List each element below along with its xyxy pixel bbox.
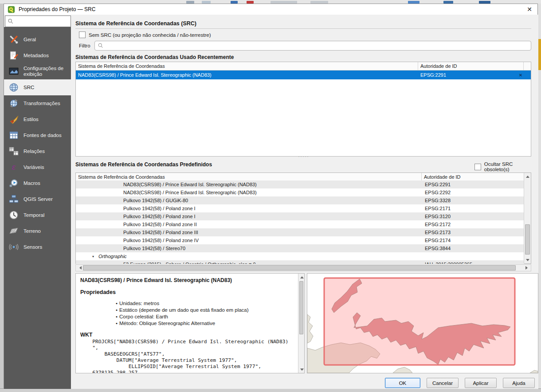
scroll-up-arrow-icon[interactable] [524,173,531,180]
close-button[interactable]: ✕ [525,5,534,14]
table-row[interactable]: Pulkovo 1942(58) / Poland zone IEPSG:312… [76,212,524,220]
table-header: Sistema de Referência de Coordenadas Aut… [76,62,531,71]
sidebar-item-label: Transformações [24,101,60,106]
no-crs-checkbox[interactable]: Sem SRC (ou projeção não conhecida / não… [79,31,211,38]
table-row[interactable]: Pulkovo 1942(58) / GUGiK-80EPSG:3328 [76,196,524,204]
paintbrush-icon [8,114,19,125]
authority-cell: EPSG:2171 [422,206,451,211]
sidebar-item-src[interactable]: SRC [4,79,71,95]
display-settings-icon [8,66,19,77]
search-icon [8,18,14,24]
background-toolbar-sliver [0,0,541,4]
crs-name-cell: 52 Europa (2015) - Sphere / Ocentric / O… [76,262,422,264]
sidebar-item-metadados[interactable]: Metadados [4,47,71,63]
table-row[interactable]: Pulkovo 1942(58) / Poland zone IIEPSG:21… [76,220,524,228]
sidebar-item-label: Geral [24,37,36,43]
table-body: NAD83(CSRS98) / Prince Edward Isl. Stere… [76,180,524,264]
recent-crs-table: Sistema de Referência de Coordenadas Aut… [75,62,531,157]
crs-details-content: NAD83(CSRS98) / Prince Edward Isl. Stere… [76,274,298,373]
dialog-button-box: OKCancelarAplicarAjuda [71,378,535,388]
epsilon-icon: ε [8,162,19,172]
splitter-handle[interactable]: ····· [290,154,317,159]
hide-deprecated-checkbox[interactable]: Ocultar SRC obsoleto(s) [474,161,538,172]
properties-list: Unidades: metrosEstático (depende de um … [80,300,296,327]
aplicar-button[interactable]: Aplicar [465,378,497,388]
sidebar-item-label: Temporal [24,212,44,218]
ajuda-button[interactable]: Ajuda [503,378,535,388]
table-row[interactable]: 52 Europa (2015) - Sphere / Ocentric / O… [76,260,524,264]
vertical-scrollbar[interactable] [298,274,304,373]
chevron-down-icon[interactable]: ▾ [92,255,97,259]
background-bottom-sliver [0,388,541,392]
hide-deprecated-label: Ocultar SRC obsoleto(s) [484,161,538,172]
crs-name-cell: Pulkovo 1942(58) / Poland zone I [76,206,422,211]
sidebar-item-label: Fontes de dados [24,133,62,138]
sidebar-item-label: Relações [24,149,45,154]
table-row[interactable]: Pulkovo 1942(58) / Stereo70EPSG:3844 [76,244,524,252]
sidebar-item-fontes-de-dados[interactable]: Fontes de dados [4,127,71,143]
sidebar-item-geral[interactable]: Geral [4,31,71,47]
scrollbar-thumb[interactable] [525,224,530,255]
filter-label: Filtro [79,43,90,48]
server-icon [8,194,19,204]
authority-cell: EPSG:2291 [422,182,451,187]
checkbox-box[interactable] [474,164,481,170]
crs-name-cell: Pulkovo 1942(58) / Poland zone IV [76,238,422,243]
sidebar-item-label: Estilos [24,117,39,122]
scroll-up-arrow-icon[interactable] [298,274,306,281]
horizontal-scrollbar[interactable] [75,264,531,271]
sidebar-item-qgis-server[interactable]: QGIS Server [4,191,71,207]
scroll-left-arrow-icon[interactable] [76,265,83,271]
authority-cell: EPSG:2291 [418,72,517,78]
scrollbar-thumb[interactable] [299,281,303,334]
sidebar-item-label: Sensors [24,244,42,250]
cancelar-button[interactable]: Cancelar [427,378,459,388]
scroll-down-arrow-icon[interactable] [524,256,531,263]
scroll-right-arrow-icon[interactable] [524,265,531,271]
crs-details-panel: NAD83(CSRS98) / Prince Edward Isl. Stere… [75,273,305,373]
sensor-icon [8,242,19,252]
crs-name-cell: Pulkovo 1942(58) / Poland zone II [76,222,422,227]
sidebar-item-transformacoes[interactable]: Transformações [4,95,71,111]
titlebar[interactable]: Propriedades do Projeto — SRC ✕ [4,4,537,15]
svg-text:ε: ε [12,162,16,172]
sidebar-item-estilos[interactable]: Estilos [4,111,71,127]
group-name: Orthographic [97,254,127,259]
sidebar-item-label: Variáveis [24,165,44,170]
sidebar-item-variaveis[interactable]: εVariáveis [4,159,71,175]
remove-crs-icon[interactable]: ✕ [517,73,525,78]
sidebar-item-temporal[interactable]: Temporal [4,207,71,223]
crs-name-cell: NAD83(CSRS98) / Prince Edward Isl. Stere… [76,182,422,187]
sidebar-item-sensors[interactable]: Sensors [4,239,71,255]
table-row[interactable]: Pulkovo 1942(58) / Poland zone IVEPSG:21… [76,236,524,244]
column-header-crs[interactable]: Sistema de Referência de Coordenadas [76,62,418,70]
crs-name-cell: Pulkovo 1942(58) / Stereo70 [76,246,422,251]
sidebar-item-relacoes[interactable]: Relações [4,143,71,159]
scroll-down-arrow-icon[interactable] [298,366,306,373]
column-header-authority[interactable]: Autoridade de ID [418,62,524,70]
sidebar-item-terreno[interactable]: Terreno [4,223,71,239]
authority-cell: EPSG:2173 [422,230,451,235]
clock-icon [8,210,19,220]
table-row[interactable]: Pulkovo 1942(58) / Poland zone IIIEPSG:2… [76,228,524,236]
table-row[interactable]: NAD83(CSRS98) / Prince Edward Isl. Stere… [76,188,524,196]
column-header-crs[interactable]: Sistema de Referência de Coordenadas [76,173,422,181]
sidebar-item-configuracoes-de-exibicao[interactable]: Configurações de exibição [4,63,71,79]
filter-input[interactable] [94,41,531,51]
authority-cell: EPSG:3328 [422,198,451,203]
table-row[interactable]: NAD83(CSRS98) / Prince Edward Isl. Stere… [76,180,524,188]
checkbox-box[interactable] [79,31,86,38]
table-row-selected[interactable]: NAD83(CSRS98) / Prince Edward Isl. Stere… [76,71,531,79]
wkt-text: PROJCRS["NAD83(CSRS98) / Prince Edward I… [80,339,296,373]
column-header-authority[interactable]: Autoridade de ID [422,173,517,181]
sidebar-item-label: QGIS Server [24,196,53,202]
authority-cell: EPSG:2292 [422,190,451,195]
sidebar-item-macros[interactable]: Macros [4,175,71,191]
table-row[interactable]: Pulkovo 1942(58) / Poland zone IEPSG:217… [76,204,524,212]
property-item: Estático (depende de um dado que está fi… [116,307,296,314]
scrollbar-thumb[interactable] [83,265,516,270]
sidebar-search-input[interactable] [5,16,71,27]
table-group-row[interactable]: ▾Orthographic [76,252,524,260]
ok-button[interactable]: OK [385,378,420,388]
vertical-scrollbar[interactable] [524,173,531,263]
